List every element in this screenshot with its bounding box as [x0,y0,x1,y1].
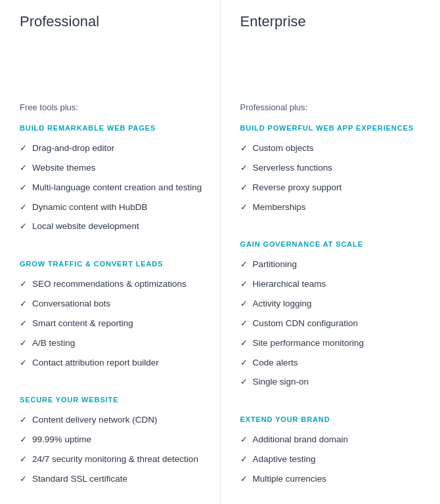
check-icon: ✓ [240,298,248,310]
enterprise-feature-list-1: ✓Partitioning✓Hierarchical teams✓Activit… [240,255,425,392]
feature-text: Standard SSL certificate [32,472,127,486]
enterprise-section-heading-0: BUILD POWERFUL WEB APP EXPERIENCES [240,124,425,132]
column-enterprise: EnterpriseProfessional plus:BUILD POWERF… [221,0,441,504]
enterprise-feature-list-2: ✓Additional brand domain✓Adaptive testin… [240,430,425,489]
check-icon: ✓ [20,182,27,194]
professional-title: Professional [20,13,204,30]
feature-text: 99.99% uptime [32,433,91,446]
column-professional: ProfessionalFree tools plus:BUILD REMARK… [0,0,221,504]
list-item: ✓Site performance monitoring [240,333,425,353]
feature-text: Hierarchical teams [253,278,326,291]
feature-text: Website themes [32,161,96,175]
list-item: ✓Custom CDN configuration [240,314,425,333]
feature-text: Multiple currencies [253,472,327,486]
check-icon: ✓ [240,259,248,271]
check-icon: ✓ [20,453,27,466]
list-item: ✓Local website development [20,217,204,236]
list-item: ✓Dynamic content with HubDB [20,198,204,217]
professional-section-heading-0: BUILD REMARKABLE WEB PAGES [20,124,204,132]
list-item: ✓Content delivery network (CDN) [20,410,204,430]
feature-text: Memberships [253,201,306,214]
feature-text: Conversational bots [32,297,110,310]
feature-text: Activity logging [253,297,312,310]
feature-text: Drag-and-drop editor [32,142,114,155]
feature-text: Custom objects [253,142,314,155]
enterprise-feature-list-0: ✓Custom objects✓Serverless functions✓Rev… [240,138,425,217]
check-icon: ✓ [240,201,248,214]
list-item: ✓Additional brand domain [240,430,425,450]
feature-text: Partitioning [253,258,297,271]
check-icon: ✓ [20,337,27,350]
list-item: ✓Activity logging [240,294,425,314]
professional-section-heading-2: SECURE YOUR WEBSITE [20,396,204,404]
check-icon: ✓ [20,473,27,486]
list-item: ✓Contact attribution report builder [20,353,204,373]
list-item: ✓Custom objects [240,138,425,158]
list-item: ✓Serverless functions [240,158,425,178]
check-icon: ✓ [20,318,27,330]
feature-text: SEO recommendations & optimizations [32,278,187,291]
check-icon: ✓ [240,318,248,330]
list-item: ✓A/B testing [20,333,204,353]
list-item: ✓Standard SSL certificate [20,469,204,489]
feature-text: Site performance monitoring [253,337,364,350]
feature-text: Code alerts [253,356,298,369]
list-item: ✓Reverse proxy support [240,178,425,198]
pricing-columns: ProfessionalFree tools plus:BUILD REMARK… [0,0,440,504]
feature-text: Adaptive testing [253,453,316,466]
enterprise-plus-text: Professional plus: [240,102,425,112]
feature-text: Content delivery network (CDN) [32,413,158,427]
check-icon: ✓ [240,473,248,486]
check-icon: ✓ [20,220,27,233]
check-icon: ✓ [240,278,248,291]
list-item: ✓Partitioning [240,255,425,274]
check-icon: ✓ [240,337,248,350]
check-icon: ✓ [240,357,248,369]
professional-feature-list-2: ✓Content delivery network (CDN)✓99.99% u… [20,410,204,488]
feature-text: Dynamic content with HubDB [32,201,148,214]
enterprise-title: Enterprise [240,13,425,30]
enterprise-section-heading-2: EXTEND YOUR BRAND [240,415,425,423]
feature-text: Contact attribution report builder [32,356,159,369]
list-item: ✓Drag-and-drop editor [20,138,204,158]
feature-text: Reverse proxy support [253,181,342,194]
professional-feature-list-1: ✓SEO recommendations & optimizations✓Con… [20,274,204,372]
feature-text: A/B testing [32,337,75,350]
list-item: ✓SEO recommendations & optimizations [20,274,204,294]
list-item: ✓Single sign-on [240,372,425,392]
check-icon: ✓ [20,278,27,291]
feature-text: Serverless functions [253,161,333,175]
check-icon: ✓ [20,142,27,155]
check-icon: ✓ [240,434,248,446]
check-icon: ✓ [240,453,248,466]
check-icon: ✓ [240,162,248,175]
check-icon: ✓ [20,201,27,214]
list-item: ✓Multi-language content creation and tes… [20,178,204,198]
feature-text: Local website development [32,220,139,233]
list-item: ✓24/7 security monitoring & threat detec… [20,450,204,469]
list-item: ✓Code alerts [240,353,425,373]
feature-text: Single sign-on [253,375,309,388]
enterprise-section-heading-1: GAIN GOVERNANCE AT SCALE [240,240,425,248]
feature-text: Custom CDN configuration [253,317,359,330]
professional-feature-list-0: ✓Drag-and-drop editor✓Website themes✓Mul… [20,138,204,236]
list-item: ✓Smart content & reporting [20,314,204,333]
list-item: ✓Website themes [20,158,204,178]
list-item: ✓99.99% uptime [20,430,204,450]
check-icon: ✓ [20,162,27,175]
list-item: ✓Conversational bots [20,294,204,314]
feature-text: Multi-language content creation and test… [32,181,202,194]
list-item: ✓Adaptive testing [240,450,425,469]
professional-section-heading-1: GROW TRAFFIC & CONVERT LEADS [20,260,204,268]
list-item: ✓Multiple currencies [240,469,425,489]
check-icon: ✓ [20,298,27,310]
list-item: ✓Hierarchical teams [240,274,425,294]
check-icon: ✓ [20,434,27,446]
check-icon: ✓ [20,414,27,427]
check-icon: ✓ [240,142,248,155]
feature-text: Smart content & reporting [32,317,133,330]
list-item: ✓Memberships [240,198,425,217]
feature-text: 24/7 security monitoring & threat detect… [32,453,198,466]
professional-plus-text: Free tools plus: [20,102,204,112]
check-icon: ✓ [240,182,248,194]
